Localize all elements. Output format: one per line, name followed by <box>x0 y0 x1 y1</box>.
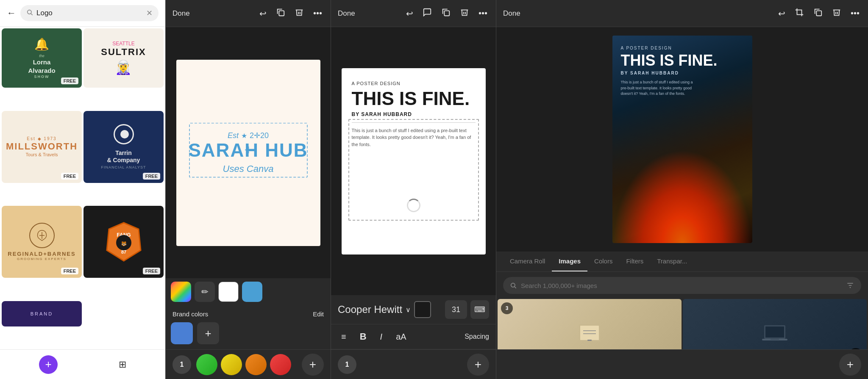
color-ball-yellow[interactable] <box>221 354 242 375</box>
template-tarrin[interactable]: Tarrin& Company FINANCIAL ANALYST FREE <box>83 111 164 183</box>
brand-colors-edit-button[interactable]: Edit <box>313 310 324 318</box>
panel3-done-button[interactable]: Done <box>338 9 355 18</box>
add-new-button[interactable]: + <box>39 355 58 374</box>
panel4-add-page-button[interactable]: + <box>839 354 861 376</box>
laptop-image <box>683 299 867 349</box>
panel3-more-button[interactable]: ••• <box>477 7 489 20</box>
blue-swatch[interactable] <box>242 282 262 302</box>
tarrin-logo <box>114 124 134 144</box>
svg-line-13 <box>515 287 516 288</box>
panel2-done-button[interactable]: Done <box>172 9 190 18</box>
tab-camera-roll[interactable]: Camera Roll <box>503 252 552 271</box>
panel4-crop-button[interactable] <box>793 6 806 21</box>
tab-colors[interactable]: Colors <box>587 252 619 271</box>
panel2-add-page-button[interactable]: + <box>302 354 324 376</box>
panel3-canvas: A POSTER DESIGN THIS IS FINE. BY SARAH H… <box>342 68 486 255</box>
image-thumb-notebook[interactable]: 3 <box>498 299 682 349</box>
free-badge-fang87: FREE <box>143 268 160 274</box>
panel1-bottom-bar: + ⊞ <box>0 349 165 379</box>
panel2-undo-button[interactable]: ↩ <box>258 7 268 20</box>
svg-point-12 <box>511 283 515 287</box>
canvas4-title: THIS IS FINE. <box>621 53 744 68</box>
reginald-sub: GROOMING EXPERTS <box>17 257 67 261</box>
brand-blue-swatch[interactable] <box>171 322 193 344</box>
font-name-display[interactable]: Cooper Hewitt <box>338 304 402 315</box>
spacing-button[interactable]: Spacing <box>465 333 489 340</box>
panel3-delete-button[interactable] <box>458 6 471 21</box>
bold-button[interactable]: B <box>356 329 370 344</box>
brand-add-color-button[interactable]: + <box>197 322 219 344</box>
svg-rect-25 <box>771 339 779 340</box>
panel4-delete-button[interactable] <box>830 6 843 21</box>
keyboard-button[interactable]: ⌨ <box>470 300 489 319</box>
tab-filters[interactable]: Filters <box>619 252 650 271</box>
svg-text:87: 87 <box>121 249 126 255</box>
svg-rect-8 <box>279 11 284 16</box>
tab-transparency[interactable]: Transpar... <box>650 252 694 271</box>
font-selector-row: Cooper Hewitt ∨ 31 ⌨ <box>331 295 496 324</box>
image-category-tabs: Camera Roll Images Colors Filters Transp… <box>496 252 868 272</box>
italic-button[interactable]: I <box>377 330 386 343</box>
panel2-duplicate-button[interactable] <box>274 6 287 21</box>
panel4-duplicate-button[interactable] <box>812 6 824 21</box>
back-button[interactable]: ← <box>7 8 16 19</box>
lorna-the: the <box>39 54 45 58</box>
color-edit-button[interactable]: ✏ <box>195 282 215 302</box>
template-fang87[interactable]: FANG 🐯 87 FREE <box>83 206 164 278</box>
panel2-page-number: 1 <box>172 355 191 374</box>
template-sultrix[interactable]: SEATTLE SULTRIX 🧝‍♀️ <box>83 28 164 88</box>
font-editor-panel: Done ↩ ••• A POSTER DESIGN THIS IS FINE.… <box>331 0 496 379</box>
free-badge-reginald: FREE <box>61 268 78 274</box>
sultrix-figure: 🧝‍♀️ <box>101 59 146 75</box>
tab-images[interactable]: Images <box>552 252 587 271</box>
panel3-speech-button[interactable] <box>421 6 434 21</box>
svg-line-1 <box>31 14 33 15</box>
fang87-content: FANG 🐯 87 <box>103 221 145 263</box>
template-purple-banner[interactable]: BRAND <box>2 301 82 326</box>
panel2-more-button[interactable]: ••• <box>312 7 324 20</box>
color-ball-orange[interactable] <box>245 354 267 375</box>
filter-icon[interactable] <box>846 281 854 290</box>
search-icon <box>26 9 33 17</box>
panel3-pages-bar: 1 + <box>331 349 496 379</box>
search-input[interactable] <box>36 9 143 17</box>
purple-banner-text: BRAND <box>31 311 53 316</box>
color-ball-green[interactable] <box>196 354 217 375</box>
sultrix-title: SULTRIX <box>101 47 146 58</box>
text-case-button[interactable]: aA <box>392 330 409 343</box>
lorna-name: LornaAlvarado <box>28 58 55 75</box>
brand-swatches-row: + <box>166 322 331 349</box>
grid-view-button[interactable]: ⊞ <box>119 359 126 370</box>
panel4-done-button[interactable]: Done <box>503 9 520 18</box>
panel4-more-button[interactable]: ••• <box>849 7 861 20</box>
panel4-pages-bar: + <box>496 349 868 379</box>
template-millsworth[interactable]: Est ◆ 1973 MILLSWORTH Tours & Travels FR… <box>2 111 82 183</box>
font-color-picker[interactable] <box>414 301 431 318</box>
white-swatch[interactable] <box>218 282 239 302</box>
panel3-undo-button[interactable]: ↩ <box>404 7 415 20</box>
canvas3-by: BY SARAH HUBBARD <box>352 111 476 117</box>
image-search-input[interactable] <box>521 282 842 289</box>
text-align-button[interactable]: ≡ <box>338 330 350 343</box>
tarrin-name: Tarrin& Company <box>107 149 140 164</box>
panel2-color-strip: ✏ <box>166 278 331 305</box>
svg-rect-11 <box>816 11 821 16</box>
panel3-add-page-button[interactable]: + <box>467 354 489 376</box>
panel4-undo-button[interactable]: ↩ <box>776 7 787 20</box>
clear-search-button[interactable]: ✕ <box>146 8 153 18</box>
template-grid: 🔔 the LornaAlvarado SHOW FREE SEATTLE SU… <box>0 27 165 349</box>
gradient-swatch[interactable] <box>171 282 191 302</box>
canvas4-background: A POSTER DESIGN THIS IS FINE. BY SARAH H… <box>612 36 752 243</box>
color-ball-red[interactable] <box>270 354 291 375</box>
search-bar: ← ✕ <box>0 0 165 27</box>
image-thumb-laptop[interactable]: + <box>683 299 867 349</box>
image-search-wrap[interactable] <box>503 277 861 294</box>
panel2-delete-button[interactable] <box>293 6 306 21</box>
search-input-wrap[interactable]: ✕ <box>20 5 159 21</box>
font-size-input[interactable]: 31 <box>445 300 467 319</box>
panel3-duplicate-button[interactable] <box>440 6 452 21</box>
template-reginald[interactable]: REGINALD+BARNES GROOMING EXPERTS FREE <box>2 206 82 278</box>
free-badge-tarrin: FREE <box>143 173 160 180</box>
svg-point-0 <box>28 10 31 14</box>
template-lorna[interactable]: 🔔 the LornaAlvarado SHOW FREE <box>2 28 82 88</box>
